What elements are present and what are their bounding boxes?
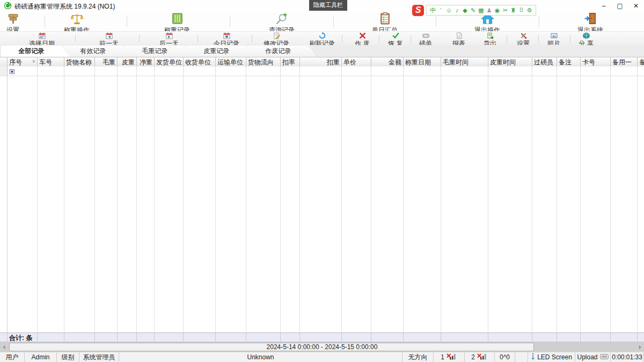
signpost-icon: [6, 12, 20, 25]
status-timer: 0:00:01:33: [611, 352, 644, 362]
status-text: 2: [471, 353, 475, 361]
apps-icon[interactable]: ⠿: [517, 7, 525, 14]
table-cell[interactable]: [300, 67, 342, 76]
row-selector-cell[interactable]: [0, 67, 8, 76]
soft-keyboard-icon[interactable]: ▦: [477, 7, 485, 14]
settings-icon[interactable]: ⚙: [525, 7, 533, 14]
table-column-stripe: [281, 76, 300, 333]
column-header[interactable]: 皮重时间: [488, 57, 532, 67]
close-button[interactable]: ✕: [628, 0, 644, 12]
toolbar-divider: [507, 35, 507, 42]
handwriting-icon[interactable]: ✎: [469, 7, 477, 14]
column-header[interactable]: 毛重: [95, 57, 118, 67]
column-header[interactable]: 备用二: [638, 57, 644, 67]
table-cell[interactable]: [118, 67, 137, 76]
punctuation-icon[interactable]: ’: [437, 7, 445, 13]
tab-label: 毛重记录: [125, 47, 185, 56]
summary-cell: [155, 333, 184, 342]
toolkit-icon[interactable]: ♜: [509, 7, 517, 14]
table-cell[interactable]: [184, 67, 216, 76]
summary-cell: [38, 333, 64, 342]
tab-3[interactable]: 毛重记录: [125, 46, 194, 57]
table-cell[interactable]: [64, 67, 95, 76]
scroll-right-arrow[interactable]: ›: [635, 342, 644, 352]
column-header-label: 称重日期: [405, 58, 431, 66]
column-header[interactable]: 金额: [371, 57, 404, 67]
table-cell[interactable]: [38, 67, 64, 76]
column-header[interactable]: 过磅员: [532, 57, 557, 67]
column-header[interactable]: 运输单位: [216, 57, 246, 67]
toolbar-divider: [379, 35, 379, 42]
column-header[interactable]: 发货单位: [155, 57, 184, 67]
table-cell[interactable]: [216, 67, 246, 76]
tab-label: 有效记录: [63, 47, 123, 56]
table-cell[interactable]: [581, 67, 611, 76]
summary-total-label: 合计: 条: [9, 334, 32, 342]
table-row[interactable]: [0, 67, 644, 76]
toolbar-divider: [230, 16, 230, 27]
table-cell[interactable]: [488, 67, 532, 76]
horizontal-scrollbar[interactable]: ‹ 2024-5-14 0:00:00 - 2024-5-15 0:00:00 …: [0, 342, 644, 352]
table-cell[interactable]: [611, 67, 638, 76]
table-cell[interactable]: [137, 67, 155, 76]
tab-5[interactable]: 作废记录: [248, 46, 318, 57]
status-device-status: Unknown: [119, 352, 402, 362]
column-header[interactable]: 货物名称: [64, 57, 95, 67]
table-cell[interactable]: [342, 67, 371, 76]
maximize-button[interactable]: ▢: [612, 0, 628, 12]
table-cell[interactable]: [95, 67, 118, 76]
tab-2[interactable]: 有效记录: [63, 46, 133, 57]
column-header[interactable]: 车号: [38, 57, 64, 67]
table-cell[interactable]: [155, 67, 184, 76]
table-cell[interactable]: [371, 67, 404, 76]
account-icon[interactable]: ♟: [485, 7, 493, 14]
column-header[interactable]: 净重: [137, 57, 155, 67]
table-column-stripe: [611, 76, 638, 333]
status-level-label: 级别: [57, 352, 79, 362]
column-header[interactable]: 备注: [557, 57, 581, 67]
column-header[interactable]: 皮重: [118, 57, 137, 67]
toolbar-divider: [436, 16, 436, 27]
skin-icon[interactable]: ◉: [493, 7, 501, 14]
table-cell[interactable]: [557, 67, 581, 76]
summary-cell: [118, 333, 137, 342]
summary-cell: [488, 333, 532, 342]
column-header[interactable]: 收货单位: [184, 57, 216, 67]
report-icon: [456, 32, 463, 39]
table-cell[interactable]: [532, 67, 557, 76]
minimize-button[interactable]: –: [596, 0, 612, 12]
table-cell[interactable]: [281, 67, 300, 76]
table-cell[interactable]: [246, 67, 281, 76]
column-header[interactable]: 货物流向: [246, 57, 281, 67]
table-cell[interactable]: [8, 67, 38, 76]
column-header[interactable]: 扣重: [300, 57, 342, 67]
column-header[interactable]: 扣率: [281, 57, 300, 67]
table-column-stripe: [64, 76, 95, 333]
refresh-icon: [319, 32, 326, 39]
column-header[interactable]: 卡号: [581, 57, 611, 67]
tab-1[interactable]: 全部记录: [1, 46, 71, 57]
row-selector-header[interactable]: [0, 57, 8, 67]
sogou-logo-icon[interactable]: S: [412, 5, 424, 16]
column-header-label: 运输单位: [217, 58, 243, 66]
column-header[interactable]: 备用一: [611, 57, 638, 67]
status-text: 无方向: [408, 353, 428, 362]
ime-toolbar: S 中’☺♪◆✎▦♟◉✂♜⠿⚙: [412, 4, 536, 16]
tab-4[interactable]: 皮重记录: [186, 46, 256, 57]
emoji-icon[interactable]: ☺: [445, 7, 453, 13]
shape-icon[interactable]: ◆: [461, 7, 469, 14]
column-header[interactable]: 单价: [342, 57, 371, 67]
edit-doc-icon: [273, 32, 280, 39]
table-cell[interactable]: [404, 67, 441, 76]
chinese-mode-icon[interactable]: 中: [429, 6, 437, 14]
new-row-icon: [10, 69, 14, 74]
voice-input-icon[interactable]: ♪: [453, 7, 461, 13]
table-cell[interactable]: [441, 67, 488, 76]
column-header[interactable]: 毛重时间: [441, 57, 488, 67]
table-cell[interactable]: [638, 67, 644, 76]
sort-indicator-icon[interactable]: ∨: [32, 58, 35, 64]
clip-icon[interactable]: ✂: [501, 7, 509, 14]
column-header[interactable]: 称重日期: [404, 57, 441, 67]
scale-icon: [70, 12, 84, 25]
column-header[interactable]: 序号∨: [8, 57, 38, 67]
